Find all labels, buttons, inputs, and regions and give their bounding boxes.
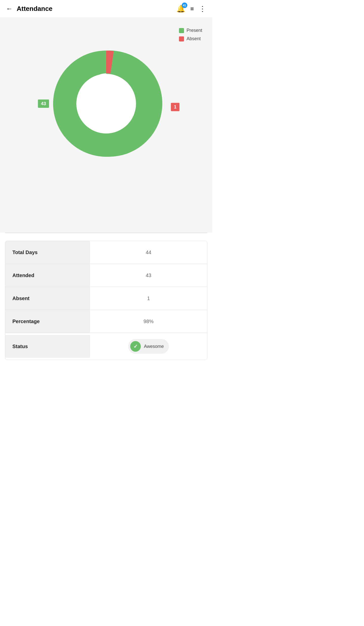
legend-present-label: Present: [187, 28, 202, 33]
more-options-icon[interactable]: ⋮: [199, 5, 206, 13]
stats-label-status: Status: [5, 335, 90, 358]
legend-absent-color: [179, 36, 184, 41]
section-separator: [5, 233, 207, 233]
stats-value-status: ✓ Awesome: [90, 333, 207, 360]
stats-value-percentage: 98%: [90, 312, 207, 330]
legend-present-color: [179, 28, 184, 33]
donut-chart: 43 1: [46, 43, 167, 164]
header: ← Attendance 🔔 41 ≡ ⋮: [0, 0, 212, 18]
donut-chart-svg: [46, 43, 167, 164]
stats-value-absent: 1: [90, 289, 207, 307]
legend-present: Present: [179, 28, 202, 33]
status-check-icon: ✓: [130, 341, 141, 352]
chart-area: Present Absent: [0, 18, 212, 233]
stats-row-attended: Attended 43: [5, 264, 207, 287]
back-button[interactable]: ←: [6, 5, 13, 13]
stats-row-status: Status ✓ Awesome: [5, 333, 207, 360]
chart-legend: Present Absent: [179, 28, 202, 41]
stats-row-total-days: Total Days 44: [5, 241, 207, 264]
stats-row-absent: Absent 1: [5, 287, 207, 310]
stats-label-attended: Attended: [5, 264, 90, 287]
stats-table: Total Days 44 Attended 43 Absent 1 Perce…: [5, 241, 207, 360]
status-badge: ✓ Awesome: [128, 339, 169, 354]
stats-value-total-days: 44: [90, 243, 207, 261]
chart-absent-label: 1: [171, 103, 179, 111]
stats-row-percentage: Percentage 98%: [5, 310, 207, 333]
legend-absent-label: Absent: [187, 36, 201, 41]
bell-button[interactable]: 🔔 41: [176, 5, 185, 13]
stats-label-absent: Absent: [5, 287, 90, 310]
page-title: Attendance: [17, 5, 176, 13]
stats-label-total-days: Total Days: [5, 241, 90, 264]
menu-icon[interactable]: ≡: [190, 6, 194, 12]
status-text: Awesome: [144, 344, 164, 349]
header-icons: 🔔 41 ≡ ⋮: [176, 5, 206, 13]
chart-present-label: 43: [38, 100, 49, 108]
legend-absent: Absent: [179, 36, 202, 41]
stats-label-percentage: Percentage: [5, 310, 90, 333]
stats-value-attended: 43: [90, 266, 207, 284]
donut-center: [76, 74, 136, 133]
notification-badge: 41: [182, 3, 187, 8]
